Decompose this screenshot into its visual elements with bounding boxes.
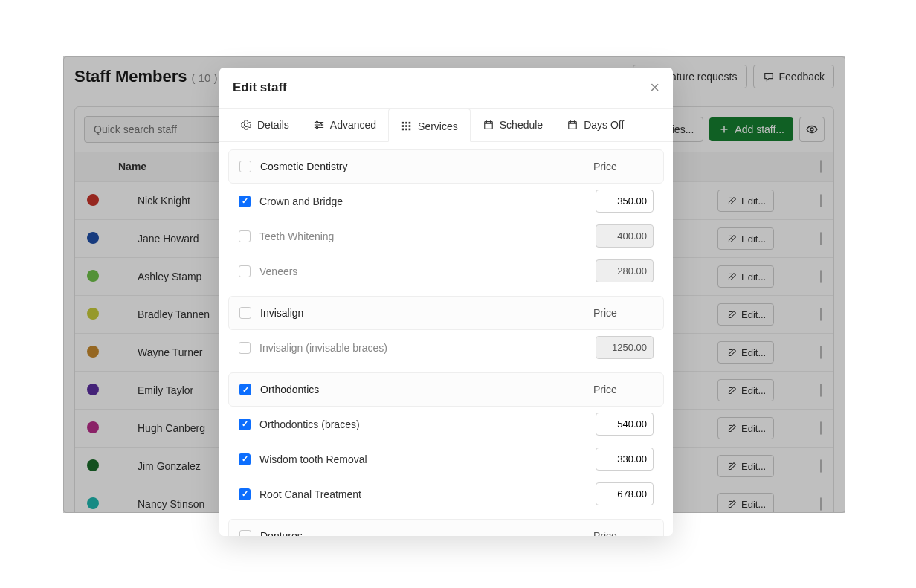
service-checkbox[interactable]	[239, 230, 251, 242]
tab-schedule[interactable]: Schedule	[471, 109, 555, 141]
service-row: Crown and Bridge	[228, 184, 664, 219]
category-label: Orthodontics	[260, 384, 593, 395]
price-header: Price	[593, 307, 653, 319]
svg-point-2	[320, 124, 322, 126]
service-label: Teeth Whitening	[259, 230, 596, 242]
service-category-header: OrthodonticsPrice	[228, 372, 664, 407]
category-checkbox[interactable]	[239, 161, 251, 172]
service-row: Wisdom tooth Removal	[228, 442, 664, 476]
svg-rect-8	[405, 125, 407, 127]
tab-details[interactable]: Details	[228, 109, 301, 141]
gear-icon	[240, 119, 252, 131]
service-label: Orthodontics (braces)	[259, 419, 596, 430]
svg-rect-10	[402, 128, 404, 130]
sliders-icon	[313, 119, 325, 131]
svg-rect-13	[485, 122, 493, 129]
close-icon[interactable]: ×	[650, 80, 659, 96]
service-label: Wisdom tooth Removal	[259, 453, 596, 465]
svg-rect-11	[405, 128, 407, 130]
category-checkbox[interactable]	[239, 384, 251, 395]
price-header: Price	[593, 530, 653, 536]
service-label: Crown and Bridge	[259, 196, 596, 207]
service-category-header: Cosmetic DentistryPrice	[228, 149, 664, 184]
calendar-icon	[483, 119, 494, 131]
price-header: Price	[593, 161, 653, 172]
category-label: Invisalign	[260, 307, 593, 319]
service-checkbox[interactable]	[239, 488, 251, 500]
service-category-header: InvisalignPrice	[228, 296, 664, 330]
price-input[interactable]	[596, 482, 654, 505]
svg-point-1	[316, 121, 318, 123]
price-input[interactable]	[596, 448, 654, 471]
service-label: Root Canal Treatment	[259, 488, 596, 500]
service-label: Veneers	[259, 265, 596, 277]
category-label: Dentures	[260, 530, 593, 536]
svg-rect-12	[409, 128, 411, 130]
svg-rect-6	[409, 121, 411, 123]
edit-staff-modal: Edit staff × Details Advanced Services S…	[219, 68, 673, 536]
grid-icon	[401, 120, 413, 132]
tab-advanced[interactable]: Advanced	[301, 109, 388, 141]
price-input[interactable]	[596, 190, 654, 213]
service-checkbox[interactable]	[239, 419, 251, 430]
tab-services[interactable]: Services	[388, 109, 471, 142]
svg-rect-4	[402, 121, 404, 123]
svg-rect-14	[569, 122, 577, 129]
category-checkbox[interactable]	[239, 530, 251, 536]
modal-title: Edit staff	[233, 80, 287, 95]
service-category-header: DenturesPrice	[228, 519, 664, 536]
price-input	[596, 336, 654, 359]
service-checkbox[interactable]	[239, 453, 251, 465]
svg-rect-9	[409, 125, 411, 127]
category-checkbox[interactable]	[239, 307, 251, 319]
service-checkbox[interactable]	[239, 265, 251, 277]
price-input	[596, 224, 654, 248]
svg-point-3	[316, 126, 318, 129]
tab-days-off[interactable]: Days Off	[555, 109, 636, 141]
service-row: Root Canal Treatment	[228, 476, 664, 511]
service-checkbox[interactable]	[239, 342, 251, 354]
calendar-off-icon	[567, 119, 578, 131]
price-input	[596, 259, 654, 282]
svg-rect-7	[402, 125, 404, 127]
services-list: Cosmetic DentistryPriceCrown and BridgeT…	[219, 142, 673, 536]
category-label: Cosmetic Dentistry	[260, 161, 593, 172]
service-row: Invisalign (invisable braces)	[228, 330, 664, 365]
service-row: Veneers	[228, 253, 664, 288]
svg-rect-5	[405, 121, 407, 123]
price-header: Price	[593, 384, 653, 395]
service-label: Invisalign (invisable braces)	[259, 342, 596, 354]
service-row: Orthodontics (braces)	[228, 407, 664, 442]
modal-tabs: Details Advanced Services Schedule Days …	[219, 109, 673, 142]
service-row: Teeth Whitening	[228, 219, 664, 253]
modal-header: Edit staff ×	[219, 68, 673, 109]
price-input[interactable]	[596, 413, 654, 436]
service-checkbox[interactable]	[239, 196, 251, 207]
